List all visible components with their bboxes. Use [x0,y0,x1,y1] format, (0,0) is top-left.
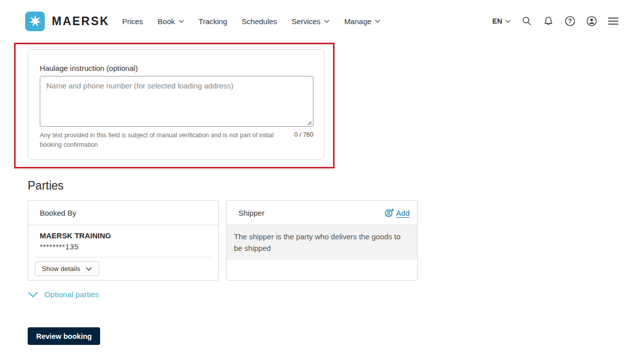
account-icon[interactable] [586,16,597,27]
show-details-label: Show details [42,265,80,273]
shipper-title: Shipper [238,209,265,217]
top-navbar: MAERSK Prices Book Tracking Schedules Se… [0,0,644,42]
nav-prices-label: Prices [122,17,143,26]
booked-by-info: MAERSK TRAINING ********135 [35,231,212,251]
language-selector[interactable]: EN [493,17,511,25]
haulage-helper-text: Any text provided in this field is subje… [40,131,289,150]
header-actions: EN ? [493,16,619,27]
language-label: EN [493,17,502,25]
haulage-instruction-label: Haulage instruction (optional) [40,64,312,72]
booked-by-title: Booked By [40,209,76,217]
haulage-instruction-card: Haulage instruction (optional) Any text … [28,49,325,160]
chevron-down-icon [324,20,330,23]
haulage-textarea-wrap [40,76,313,127]
brand-wordmark[interactable]: MAERSK [52,15,110,28]
chevron-down-icon [86,267,92,271]
help-icon[interactable]: ? [565,16,576,27]
optional-parties-label: Optional parties [44,290,99,299]
nav-book[interactable]: Book [157,17,184,26]
add-shipper-link[interactable]: Add [384,208,410,217]
search-icon[interactable] [521,16,532,27]
main-nav: Prices Book Tracking Schedules Services … [122,17,381,26]
booked-by-masked-id: ********135 [40,242,212,251]
nav-schedules[interactable]: Schedules [242,17,277,26]
shipper-header: Shipper Add [227,201,417,225]
nav-book-label: Book [157,17,175,26]
nav-manage[interactable]: Manage [344,17,380,26]
maersk-star-icon [28,14,43,29]
shipper-card: Shipper Add The shipper is the party who… [226,200,418,281]
booked-by-header: Booked By [28,201,218,225]
menu-icon[interactable] [608,16,619,27]
parties-section-title: Parties [28,179,64,193]
review-booking-button[interactable]: Review booking [28,327,100,345]
booked-by-card: Booked By MAERSK TRAINING ********135 Sh… [28,200,219,281]
maersk-logo[interactable] [25,12,45,31]
haulage-instruction-textarea[interactable] [40,76,313,127]
nav-tracking[interactable]: Tracking [199,17,227,26]
add-person-icon [384,208,395,217]
booked-by-name: MAERSK TRAINING [40,231,212,240]
shipper-description-text: The shipper is the party who delivers th… [234,231,410,254]
booking-page: MAERSK Prices Book Tracking Schedules Se… [0,0,644,362]
nav-schedules-label: Schedules [242,17,277,26]
booked-by-body: MAERSK TRAINING ********135 Show details [28,225,218,276]
resize-grip-icon[interactable] [307,120,312,125]
divider [35,257,212,257]
nav-manage-label: Manage [344,17,371,26]
nav-prices[interactable]: Prices [122,17,143,26]
chevron-down-icon [375,20,380,23]
nav-tracking-label: Tracking [199,17,227,26]
shipper-description-block: The shipper is the party who delivers th… [227,225,417,260]
haulage-helper-row: Any text provided in this field is subje… [40,131,313,150]
chevron-down-icon [179,20,184,23]
svg-text:?: ? [568,18,572,25]
show-details-button[interactable]: Show details [35,261,99,276]
optional-parties-toggle[interactable]: Optional parties [28,290,99,299]
character-counter: 0 / 760 [294,131,313,138]
chevron-down-icon [28,292,38,298]
add-shipper-label: Add [396,209,410,217]
nav-services-label: Services [292,17,321,26]
bell-icon[interactable] [543,16,554,27]
chevron-down-icon [505,20,511,23]
nav-services[interactable]: Services [292,17,330,26]
